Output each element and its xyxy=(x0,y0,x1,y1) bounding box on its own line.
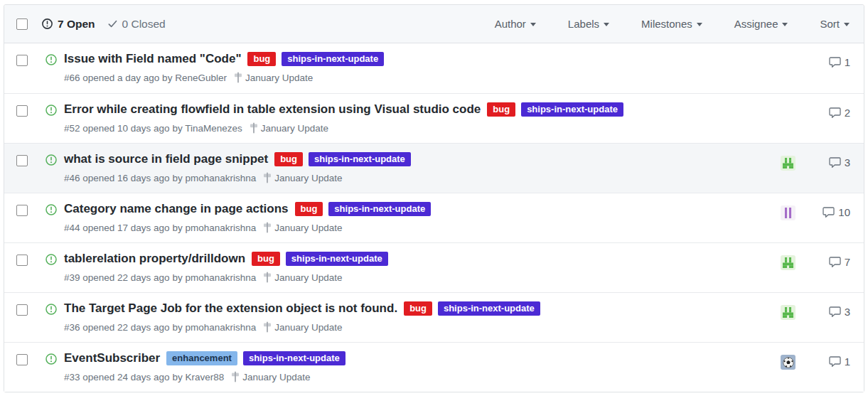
milestone-link[interactable]: January Update xyxy=(234,72,313,83)
comments-link[interactable]: 10 xyxy=(795,201,864,218)
issue-meta-text: #36 opened 22 days ago by pmohanakrishna xyxy=(64,322,256,333)
issue-select-checkbox[interactable] xyxy=(16,255,28,266)
issue-row: tablerelation property/drilldown bugship… xyxy=(4,242,864,292)
chevron-down-icon xyxy=(604,23,609,26)
filter-author[interactable]: Author xyxy=(495,18,536,30)
issue-row: what is source in field page snippet bug… xyxy=(4,143,864,193)
comment-icon xyxy=(823,207,835,218)
issue-opened-icon xyxy=(41,18,53,30)
milestone-link[interactable]: January Update xyxy=(263,321,342,333)
issue-select-checkbox[interactable] xyxy=(16,55,28,66)
issue-row: Issue with Field named "Code" bugships-i… xyxy=(4,43,864,93)
open-issues-tab[interactable]: 7 Open xyxy=(41,18,95,31)
issue-meta-text: #33 opened 24 days ago by Kraver88 xyxy=(64,372,224,382)
comment-count: 1 xyxy=(845,56,850,68)
label-bug[interactable]: bug xyxy=(247,52,276,66)
milestone-label: January Update xyxy=(274,322,342,333)
issue-title-link[interactable]: The Target Page Job for the extension ob… xyxy=(64,301,397,316)
issue-opened-icon xyxy=(45,303,58,316)
issue-meta-text: #44 opened 17 days ago by pmohanakrishna xyxy=(64,223,256,233)
milestone-icon xyxy=(231,371,240,382)
issue-title-link[interactable]: Issue with Field named "Code" xyxy=(64,51,241,67)
milestone-icon xyxy=(263,321,272,333)
comments-link[interactable]: 2 xyxy=(795,102,864,119)
comments-link[interactable]: 3 xyxy=(795,151,864,168)
milestone-link[interactable]: January Update xyxy=(263,272,342,283)
issue-opened-icon xyxy=(45,104,58,117)
issue-title-link[interactable]: Error while creating flowfield in table … xyxy=(64,102,481,117)
filter-assignee-label: Assignee xyxy=(734,18,778,30)
issue-select-checkbox[interactable] xyxy=(16,354,28,365)
issue-title-link[interactable]: what is source in field page snippet xyxy=(64,151,268,167)
label-enhancement[interactable]: enhancement xyxy=(166,351,237,365)
issue-opened-icon xyxy=(45,154,58,166)
green-identicon-avatar[interactable] xyxy=(781,255,795,270)
closed-issues-tab[interactable]: 0 Closed xyxy=(107,18,166,31)
chevron-down-icon xyxy=(530,23,536,26)
purple-identicon-avatar[interactable] xyxy=(781,205,795,220)
issue-labels: bugships-in-next-update xyxy=(487,102,623,117)
issue-opened-icon xyxy=(45,253,58,266)
issue-row: The Target Page Job for the extension ob… xyxy=(4,292,864,342)
milestone-label: January Update xyxy=(274,173,342,183)
issue-labels: bugships-in-next-update xyxy=(247,52,384,66)
milestone-label: January Update xyxy=(261,123,328,134)
filter-sort[interactable]: Sort xyxy=(820,18,850,30)
issue-labels: bugships-in-next-update xyxy=(295,202,432,216)
label-ships-in-next-update[interactable]: ships-in-next-update xyxy=(243,351,345,365)
label-bug[interactable]: bug xyxy=(274,152,303,166)
comment-icon xyxy=(829,356,841,367)
label-ships-in-next-update[interactable]: ships-in-next-update xyxy=(328,202,431,216)
green-identicon-avatar[interactable] xyxy=(781,156,795,171)
milestone-link[interactable]: January Update xyxy=(263,222,342,233)
milestone-icon xyxy=(250,122,258,134)
label-ships-in-next-update[interactable]: ships-in-next-update xyxy=(521,102,623,117)
label-bug[interactable]: bug xyxy=(404,301,432,316)
soccer-ball-photo-avatar[interactable] xyxy=(781,355,795,370)
filter-assignee[interactable]: Assignee xyxy=(734,18,788,30)
issue-title-link[interactable]: tablerelation property/drilldown xyxy=(64,251,245,267)
issue-title-link[interactable]: Category name change in page actions xyxy=(64,201,289,217)
issue-state-tabs: 7 Open 0 Closed xyxy=(41,18,166,31)
milestone-link[interactable]: January Update xyxy=(231,371,310,382)
label-ships-in-next-update[interactable]: ships-in-next-update xyxy=(282,52,384,66)
comment-icon xyxy=(829,57,841,68)
comment-count: 1 xyxy=(845,355,850,368)
label-bug[interactable]: bug xyxy=(295,202,323,216)
milestone-link[interactable]: January Update xyxy=(263,172,342,183)
milestone-label: January Update xyxy=(242,372,310,382)
label-ships-in-next-update[interactable]: ships-in-next-update xyxy=(438,301,540,316)
filter-labels[interactable]: Labels xyxy=(568,18,609,30)
green-identicon-avatar[interactable] xyxy=(781,305,795,320)
label-bug[interactable]: bug xyxy=(487,102,515,117)
filter-bar: Author Labels Milestones Assignee Sort xyxy=(495,18,850,30)
label-ships-in-next-update[interactable]: ships-in-next-update xyxy=(309,152,411,166)
milestone-link[interactable]: January Update xyxy=(250,122,328,134)
comments-link[interactable]: 1 xyxy=(795,350,864,368)
assignee-avatar-slot xyxy=(781,305,795,320)
comments-link[interactable]: 1 xyxy=(795,51,864,68)
issue-row: Category name change in page actions bug… xyxy=(4,193,864,242)
milestone-label: January Update xyxy=(274,223,342,233)
milestone-icon xyxy=(263,172,272,183)
filter-milestones[interactable]: Milestones xyxy=(641,18,702,30)
issue-title-link[interactable]: EventSubscriber xyxy=(64,350,160,366)
issue-row: Error while creating flowfield in table … xyxy=(4,93,864,143)
comments-link[interactable]: 3 xyxy=(795,301,864,318)
milestone-label: January Update xyxy=(245,73,313,83)
select-all-checkbox[interactable] xyxy=(16,18,28,30)
label-bug[interactable]: bug xyxy=(252,252,280,266)
issue-select-checkbox[interactable] xyxy=(16,304,28,316)
closed-count-label: 0 Closed xyxy=(122,18,166,31)
issue-labels: bugships-in-next-update xyxy=(274,152,411,166)
comments-link[interactable]: 7 xyxy=(795,251,864,268)
label-ships-in-next-update[interactable]: ships-in-next-update xyxy=(286,252,388,266)
filter-milestones-label: Milestones xyxy=(641,18,692,30)
issue-select-checkbox[interactable] xyxy=(16,205,28,216)
assignee-avatar-slot xyxy=(781,255,795,270)
issue-opened-icon xyxy=(45,53,58,66)
issue-select-checkbox[interactable] xyxy=(16,105,28,117)
issue-select-checkbox[interactable] xyxy=(16,155,28,166)
milestone-icon xyxy=(263,222,272,233)
filter-labels-label: Labels xyxy=(568,18,599,30)
